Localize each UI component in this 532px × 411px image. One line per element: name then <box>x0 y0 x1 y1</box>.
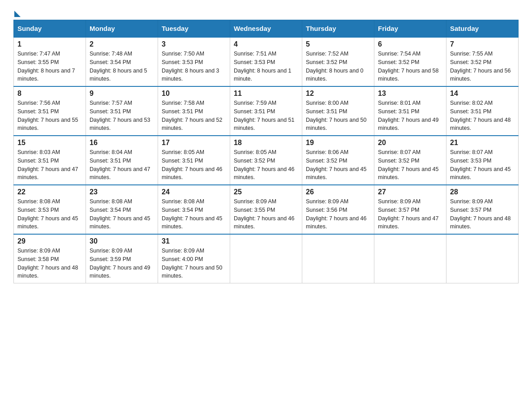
calendar-cell: 28Sunrise: 8:09 AMSunset: 3:57 PMDayligh… <box>446 185 519 234</box>
calendar-cell: 17Sunrise: 8:05 AMSunset: 3:51 PMDayligh… <box>158 136 230 185</box>
day-number: 17 <box>162 139 226 147</box>
day-number: 6 <box>378 40 442 48</box>
day-info: Sunrise: 8:09 AMSunset: 3:59 PMDaylight:… <box>90 247 154 280</box>
day-number: 31 <box>162 237 226 245</box>
day-header-tuesday: Tuesday <box>158 20 230 38</box>
calendar-cell: 8Sunrise: 7:56 AMSunset: 3:51 PMDaylight… <box>14 86 86 136</box>
calendar-cell: 18Sunrise: 8:05 AMSunset: 3:52 PMDayligh… <box>230 136 302 185</box>
day-number: 19 <box>306 139 370 147</box>
calendar-week-row: 1Sunrise: 7:47 AMSunset: 3:55 PMDaylight… <box>14 37 519 86</box>
calendar-cell: 31Sunrise: 8:09 AMSunset: 4:00 PMDayligh… <box>158 234 230 283</box>
day-info: Sunrise: 7:56 AMSunset: 3:51 PMDaylight:… <box>17 99 82 133</box>
calendar-cell: 14Sunrise: 8:02 AMSunset: 3:51 PMDayligh… <box>446 86 519 136</box>
day-number: 11 <box>234 90 298 98</box>
page-header <box>13 9 519 15</box>
day-number: 27 <box>378 188 442 196</box>
day-info: Sunrise: 8:07 AMSunset: 3:53 PMDaylight:… <box>450 148 515 182</box>
day-number: 23 <box>90 188 154 196</box>
calendar-cell: 26Sunrise: 8:09 AMSunset: 3:56 PMDayligh… <box>302 185 374 234</box>
day-info: Sunrise: 8:09 AMSunset: 3:57 PMDaylight:… <box>378 197 442 231</box>
calendar-cell: 20Sunrise: 8:07 AMSunset: 3:52 PMDayligh… <box>374 136 446 185</box>
day-header-friday: Friday <box>374 20 446 38</box>
day-info: Sunrise: 8:02 AMSunset: 3:51 PMDaylight:… <box>450 99 515 133</box>
day-info: Sunrise: 8:04 AMSunset: 3:51 PMDaylight:… <box>90 148 154 182</box>
day-info: Sunrise: 7:55 AMSunset: 3:52 PMDaylight:… <box>450 50 515 83</box>
day-number: 12 <box>306 90 370 98</box>
day-info: Sunrise: 8:09 AMSunset: 4:00 PMDaylight:… <box>162 247 226 280</box>
day-info: Sunrise: 7:52 AMSunset: 3:52 PMDaylight:… <box>306 50 370 83</box>
calendar-cell: 15Sunrise: 8:03 AMSunset: 3:51 PMDayligh… <box>14 136 86 185</box>
calendar-cell: 5Sunrise: 7:52 AMSunset: 3:52 PMDaylight… <box>302 37 374 86</box>
day-number: 16 <box>90 139 154 147</box>
day-info: Sunrise: 8:03 AMSunset: 3:51 PMDaylight:… <box>17 148 82 182</box>
calendar-cell: 7Sunrise: 7:55 AMSunset: 3:52 PMDaylight… <box>446 37 519 86</box>
day-info: Sunrise: 8:08 AMSunset: 3:53 PMDaylight:… <box>17 197 82 231</box>
calendar-cell: 11Sunrise: 7:59 AMSunset: 3:51 PMDayligh… <box>230 86 302 136</box>
day-info: Sunrise: 8:09 AMSunset: 3:56 PMDaylight:… <box>306 197 370 231</box>
day-number: 8 <box>17 90 82 98</box>
calendar-week-row: 15Sunrise: 8:03 AMSunset: 3:51 PMDayligh… <box>14 136 519 185</box>
day-header-monday: Monday <box>86 20 158 38</box>
day-number: 4 <box>234 40 298 48</box>
calendar-cell: 16Sunrise: 8:04 AMSunset: 3:51 PMDayligh… <box>86 136 158 185</box>
day-info: Sunrise: 8:05 AMSunset: 3:51 PMDaylight:… <box>162 148 226 182</box>
calendar-cell: 9Sunrise: 7:57 AMSunset: 3:51 PMDaylight… <box>86 86 158 136</box>
day-info: Sunrise: 8:01 AMSunset: 3:51 PMDaylight:… <box>378 99 442 133</box>
day-number: 15 <box>17 139 82 147</box>
day-info: Sunrise: 8:06 AMSunset: 3:52 PMDaylight:… <box>306 148 370 182</box>
day-number: 25 <box>234 188 298 196</box>
calendar-cell: 23Sunrise: 8:08 AMSunset: 3:54 PMDayligh… <box>86 185 158 234</box>
day-number: 7 <box>450 40 515 48</box>
day-number: 13 <box>378 90 442 98</box>
calendar-week-row: 29Sunrise: 8:09 AMSunset: 3:58 PMDayligh… <box>14 234 519 283</box>
day-number: 1 <box>17 40 82 48</box>
calendar-cell: 29Sunrise: 8:09 AMSunset: 3:58 PMDayligh… <box>14 234 86 283</box>
day-number: 26 <box>306 188 370 196</box>
day-number: 21 <box>450 139 515 147</box>
calendar-cell: 27Sunrise: 8:09 AMSunset: 3:57 PMDayligh… <box>374 185 446 234</box>
day-info: Sunrise: 7:47 AMSunset: 3:55 PMDaylight:… <box>17 50 82 83</box>
day-number: 28 <box>450 188 515 196</box>
day-number: 14 <box>450 90 515 98</box>
calendar-cell: 12Sunrise: 8:00 AMSunset: 3:51 PMDayligh… <box>302 86 374 136</box>
calendar-cell: 6Sunrise: 7:54 AMSunset: 3:52 PMDaylight… <box>374 37 446 86</box>
logo <box>13 9 21 15</box>
day-info: Sunrise: 8:09 AMSunset: 3:57 PMDaylight:… <box>450 197 515 231</box>
calendar-table: SundayMondayTuesdayWednesdayThursdayFrid… <box>13 20 519 283</box>
day-number: 5 <box>306 40 370 48</box>
calendar-cell: 2Sunrise: 7:48 AMSunset: 3:54 PMDaylight… <box>86 37 158 86</box>
day-number: 24 <box>162 188 226 196</box>
calendar-cell: 3Sunrise: 7:50 AMSunset: 3:53 PMDaylight… <box>158 37 230 86</box>
logo-arrow-icon <box>14 11 21 17</box>
calendar-cell: 19Sunrise: 8:06 AMSunset: 3:52 PMDayligh… <box>302 136 374 185</box>
day-header-sunday: Sunday <box>14 20 86 38</box>
day-info: Sunrise: 7:58 AMSunset: 3:51 PMDaylight:… <box>162 99 226 133</box>
day-number: 10 <box>162 90 226 98</box>
day-header-saturday: Saturday <box>446 20 519 38</box>
calendar-cell: 13Sunrise: 8:01 AMSunset: 3:51 PMDayligh… <box>374 86 446 136</box>
day-info: Sunrise: 7:51 AMSunset: 3:53 PMDaylight:… <box>234 50 298 83</box>
day-number: 22 <box>17 188 82 196</box>
calendar-cell: 30Sunrise: 8:09 AMSunset: 3:59 PMDayligh… <box>86 234 158 283</box>
calendar-cell <box>374 234 446 283</box>
day-number: 20 <box>378 139 442 147</box>
day-number: 9 <box>90 90 154 98</box>
day-info: Sunrise: 8:00 AMSunset: 3:51 PMDaylight:… <box>306 99 370 133</box>
calendar-cell: 1Sunrise: 7:47 AMSunset: 3:55 PMDaylight… <box>14 37 86 86</box>
day-header-thursday: Thursday <box>302 20 374 38</box>
day-info: Sunrise: 7:54 AMSunset: 3:52 PMDaylight:… <box>378 50 442 83</box>
day-info: Sunrise: 7:59 AMSunset: 3:51 PMDaylight:… <box>234 99 298 133</box>
calendar-cell: 24Sunrise: 8:08 AMSunset: 3:54 PMDayligh… <box>158 185 230 234</box>
calendar-cell: 25Sunrise: 8:09 AMSunset: 3:55 PMDayligh… <box>230 185 302 234</box>
calendar-cell <box>446 234 519 283</box>
day-number: 18 <box>234 139 298 147</box>
day-info: Sunrise: 8:07 AMSunset: 3:52 PMDaylight:… <box>378 148 442 182</box>
calendar-cell: 21Sunrise: 8:07 AMSunset: 3:53 PMDayligh… <box>446 136 519 185</box>
day-number: 3 <box>162 40 226 48</box>
calendar-header-row: SundayMondayTuesdayWednesdayThursdayFrid… <box>14 20 519 38</box>
calendar-cell <box>230 234 302 283</box>
day-info: Sunrise: 8:09 AMSunset: 3:58 PMDaylight:… <box>17 247 82 280</box>
day-info: Sunrise: 8:08 AMSunset: 3:54 PMDaylight:… <box>162 197 226 231</box>
day-info: Sunrise: 8:08 AMSunset: 3:54 PMDaylight:… <box>90 197 154 231</box>
day-number: 30 <box>90 237 154 245</box>
